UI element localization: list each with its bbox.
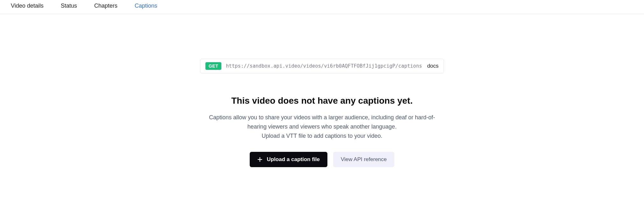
api-reference-button-label: View API reference <box>341 156 387 163</box>
upload-caption-button[interactable]: Upload a caption file <box>250 152 327 167</box>
api-url: https://sandbox.api.video/videos/vi6rb0A… <box>226 63 422 69</box>
tab-captions[interactable]: Captions <box>135 3 157 14</box>
view-api-reference-button[interactable]: View API reference <box>333 152 394 167</box>
empty-state-description: Captions allow you to share your videos … <box>207 113 437 140</box>
tabs-bar: Video details Status Chapters Captions <box>0 0 644 14</box>
http-method-badge: GET <box>205 62 221 70</box>
tab-status[interactable]: Status <box>61 3 77 14</box>
api-endpoint-box: GET https://sandbox.api.video/videos/vi6… <box>200 59 444 73</box>
content-area: GET https://sandbox.api.video/videos/vi6… <box>0 14 644 167</box>
docs-link[interactable]: docs <box>427 63 439 69</box>
upload-button-label: Upload a caption file <box>267 156 320 163</box>
plus-icon <box>257 157 262 162</box>
tab-chapters[interactable]: Chapters <box>94 3 118 14</box>
description-line-2: Upload a VTT file to add captions to you… <box>207 131 437 141</box>
description-line-1: Captions allow you to share your videos … <box>207 113 437 131</box>
tab-video-details[interactable]: Video details <box>11 3 44 14</box>
button-row: Upload a caption file View API reference <box>250 152 395 167</box>
empty-state-heading: This video does not have any captions ye… <box>231 96 412 106</box>
